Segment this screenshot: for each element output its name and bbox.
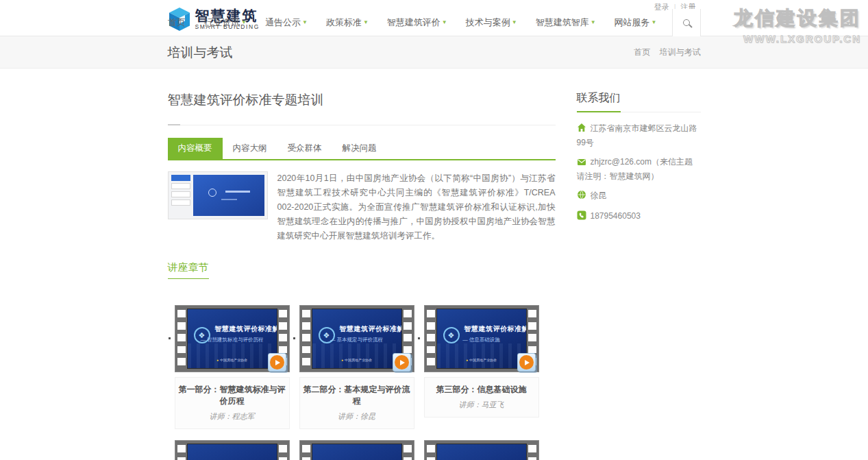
page-header-band: 培训与考试 首页 培训与考试 [0, 36, 868, 69]
title-divider [168, 120, 556, 125]
tab-content-outline[interactable]: 内容大纲 [223, 138, 277, 159]
main-nav: 首页 行业资讯▼ 通告公示▼ 政策标准▼ 智慧建筑评价▼ 技术与案例▼ 智慧建筑… [149, 9, 700, 36]
video-title: 第一部分：智慧建筑标准与评价历程 [177, 384, 287, 407]
sidebar-title: 联系我们 [577, 91, 621, 112]
play-button[interactable] [393, 353, 411, 372]
intro-section: 2020年10月1日，由中国房地产业协会（以下简称“中国房协”）与江苏省智慧建筑… [168, 171, 556, 243]
nav-item-notices[interactable]: 通告公示▼ [265, 16, 308, 29]
tab-content-summary[interactable]: 内容概要 [168, 138, 223, 159]
mail-icon [577, 157, 586, 170]
chevron-down-icon: ▼ [302, 19, 308, 25]
video-thumbnail[interactable]: ❖ 智慧建筑评价标准解读 — 安全与防灾 中国房地产业协会 [299, 440, 414, 460]
home-icon [577, 123, 586, 136]
nav-item-home[interactable]: 首页 [168, 16, 186, 29]
intro-paragraph: 2020年10月1日，由中国房地产业协会（以下简称“中国房协”）与江苏省智慧建筑… [277, 171, 556, 243]
article-title: 智慧建筑评价标准专题培训 [168, 91, 556, 109]
globe-icon [577, 190, 586, 204]
breadcrumb-home[interactable]: 首页 [634, 47, 650, 57]
video-thumbnail[interactable]: ❖ 智慧建筑评价标准解读 — 基本规定与评价流程 中国房地产业协会 [299, 305, 414, 372]
contact-person: 徐昆 [577, 189, 701, 204]
player-logo-ring [208, 189, 216, 197]
player-sidebar [171, 175, 190, 216]
contact-email: zhjzrc@126.com（来信主题请注明：智慧建筑网） [577, 156, 701, 183]
search-icon [683, 19, 690, 26]
contact-list: 江苏省南京市建邺区云龙山路99号 zhjzrc@126.com（来信主题请注明：… [577, 122, 701, 224]
page-title: 培训与考试 [168, 44, 233, 62]
nav-item-site-services[interactable]: 网站服务▼ [615, 16, 657, 29]
chevron-down-icon: ▼ [442, 19, 447, 25]
video-title: 第三部分：信息基础设施 [427, 384, 536, 396]
chevron-down-icon: ▼ [363, 19, 369, 25]
video-lecturer: 讲师：程志军 [177, 411, 287, 422]
tab-bar: 内容概要 内容大纲 受众群体 解决问题 [168, 138, 556, 160]
contact-sidebar: 联系我们 江苏省南京市建邺区云龙山路99号 zhjzrc@126.com（来信主… [577, 91, 701, 460]
player-screen [193, 175, 264, 216]
breadcrumb-current: 培训与考试 [660, 47, 701, 57]
content-area: 智慧建筑评价标准专题培训 内容概要 内容大纲 受众群体 解决问题 [0, 69, 868, 460]
section-title-chapters: 讲座章节 [168, 261, 209, 279]
video-thumbnail[interactable]: ❖ 智慧建筑评价标准解读 — 资源节约与利用 中国房地产业协会 [424, 440, 539, 460]
contact-phone: 18795460503 [577, 210, 701, 224]
video-title: 第二部分：基本规定与评价流程 [302, 384, 412, 407]
tab-audience[interactable]: 受众群体 [277, 138, 332, 159]
video-card-6: ❖ 智慧建筑评价标准解读 — 资源节约与利用 中国房地产业协会 第六部分：资源节… [424, 440, 539, 460]
breadcrumb: 首页 培训与考试 [627, 47, 700, 58]
chevron-down-icon: ▼ [512, 19, 517, 25]
chevron-down-icon: ▼ [241, 19, 247, 25]
page: 龙信建设集团 WWW.LXGROUP.CN 智慧建筑 SMART BUILDIN… [0, 0, 868, 460]
contact-address: 江苏省南京市建邺区云龙山路99号 [577, 122, 701, 149]
tab-problems-solved[interactable]: 解决问题 [332, 138, 387, 159]
chevron-down-icon: ▼ [591, 19, 596, 25]
chevron-down-icon: ▼ [652, 19, 657, 25]
nav-item-evaluation[interactable]: 智慧建筑评价▼ [387, 16, 447, 29]
video-card-4: ❖ 智慧建筑评价标准解读 — 数据资源 中国房地产业协会 第四部分：数据资源 讲… [175, 440, 290, 460]
video-card-5: ❖ 智慧建筑评价标准解读 — 安全与防灾 中国房地产业协会 第五部分：安全与防灾… [299, 440, 414, 460]
video-thumbnail[interactable]: ❖ 智慧建筑评价标准解读 — 数据资源 中国房地产业协会 [175, 440, 290, 460]
video-grid: ❖ 智慧建筑评价标准解读 — 智慧建筑标准与评价历程 中国房地产业协会 第一部分… [168, 305, 556, 460]
nav-item-think-tank[interactable]: 智慧建筑智库▼ [536, 16, 596, 29]
play-button[interactable] [517, 353, 536, 372]
main-column: 智慧建筑评价标准专题培训 内容概要 内容大纲 受众群体 解决问题 [168, 91, 556, 460]
play-button[interactable] [268, 353, 286, 372]
nav-item-industry-news[interactable]: 行业资讯▼ [204, 16, 247, 29]
video-thumbnail[interactable]: ❖ 智慧建筑评价标准解读 — 信息基础设施 中国房地产业协会 [424, 305, 539, 372]
video-card-3: ❖ 智慧建筑评价标准解读 — 信息基础设施 中国房地产业协会 第三部分：信息基础… [424, 305, 539, 429]
video-card-2: ❖ 智慧建筑评价标准解读 — 基本规定与评价流程 中国房地产业协会 第二部分：基… [299, 305, 414, 429]
video-preview-thumbnail[interactable] [168, 171, 268, 219]
video-card-1: ❖ 智慧建筑评价标准解读 — 智慧建筑标准与评价历程 中国房地产业协会 第一部分… [175, 305, 290, 429]
search-button[interactable] [672, 9, 701, 36]
video-thumbnail[interactable]: ❖ 智慧建筑评价标准解读 — 智慧建筑标准与评价历程 中国房地产业协会 [175, 305, 290, 372]
nav-item-policy-standards[interactable]: 政策标准▼ [326, 16, 369, 29]
top-bar: 智慧建筑 SMART BUILDING 登录|注册 首页 行业资讯▼ 通告公示▼… [0, 0, 868, 36]
phone-icon [577, 210, 586, 224]
video-lecturer: 讲师：马亚飞 [427, 400, 536, 410]
video-lecturer: 讲师：徐昆 [302, 411, 412, 422]
nav-item-tech-cases[interactable]: 技术与案例▼ [466, 16, 517, 29]
